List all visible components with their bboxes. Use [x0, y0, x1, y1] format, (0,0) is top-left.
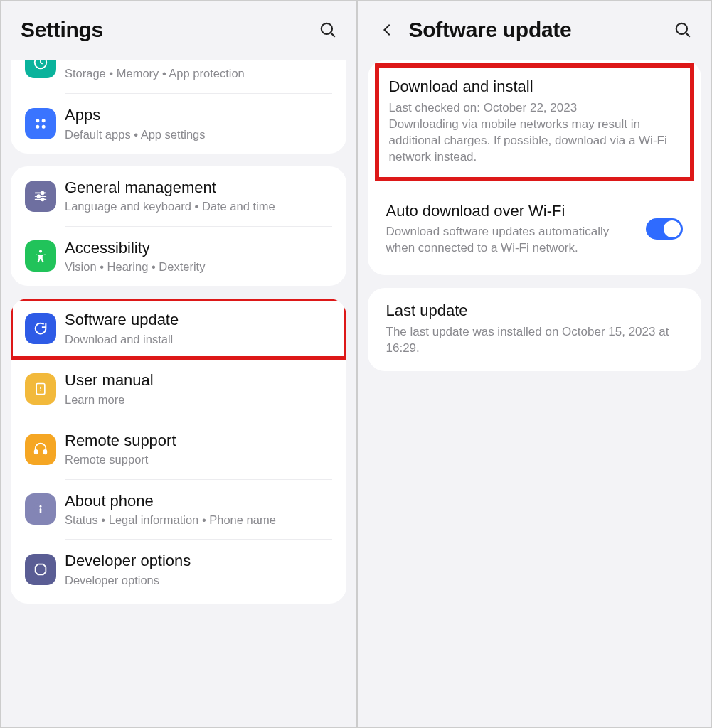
- svg-point-4: [42, 119, 46, 122]
- settings-item-label: Remote support: [65, 431, 332, 451]
- update-group: Download and install Last checked on: Oc…: [368, 60, 702, 275]
- settings-item-label: Device care: [65, 60, 332, 64]
- manual-icon: [25, 373, 56, 405]
- svg-point-11: [37, 195, 40, 198]
- settings-item-label: User manual: [65, 370, 332, 390]
- settings-item-sub: Remote support: [65, 451, 332, 467]
- settings-group: Device care Storage • Memory • App prote…: [11, 60, 346, 154]
- settings-item-developer-options[interactable]: Developer options Developer options: [11, 540, 346, 599]
- settings-item-sub: Language and keyboard • Date and time: [65, 198, 332, 214]
- download-desc: Last checked on: October 22, 2023 Downlo…: [389, 100, 681, 166]
- settings-item-sub: Download and install: [65, 331, 332, 347]
- settings-item-label: Accessibility: [65, 238, 332, 258]
- settings-item-sub: Developer options: [65, 572, 332, 588]
- update-header: Software update: [358, 1, 712, 60]
- settings-item-label: General management: [65, 178, 332, 198]
- settings-group: Software update Download and install Use…: [11, 299, 346, 604]
- svg-rect-16: [44, 450, 47, 454]
- last-update[interactable]: Last update The last update was installe…: [368, 288, 702, 370]
- svg-point-3: [36, 119, 39, 122]
- download-and-install[interactable]: Download and install Last checked on: Oc…: [375, 63, 695, 181]
- svg-line-1: [331, 33, 335, 37]
- search-icon[interactable]: [318, 20, 338, 40]
- svg-line-22: [686, 33, 690, 37]
- svg-rect-15: [35, 450, 38, 454]
- device-care-icon: [25, 60, 56, 78]
- svg-rect-20: [40, 509, 42, 513]
- svg-point-13: [39, 250, 42, 253]
- settings-item-sub: Default apps • App settings: [65, 127, 332, 142]
- auto-download-desc: Download software updates automatically …: [386, 224, 637, 257]
- general-icon: [25, 181, 56, 212]
- settings-item-accessibility[interactable]: Accessibility Vision • Hearing • Dexteri…: [11, 227, 346, 287]
- auto-download-toggle[interactable]: [646, 218, 683, 240]
- settings-item-sub: Storage • Memory • App protection: [65, 65, 332, 81]
- about-icon: [25, 493, 56, 525]
- search-icon[interactable]: [673, 20, 693, 40]
- settings-item-about-phone[interactable]: About phone Status • Legal information •…: [11, 480, 346, 540]
- settings-item-label: Apps: [65, 105, 332, 125]
- settings-item-sub: Status • Legal information • Phone name: [65, 512, 332, 528]
- settings-item-user-manual[interactable]: User manual Learn more: [11, 359, 346, 419]
- settings-item-device-care[interactable]: Device care Storage • Memory • App prote…: [11, 60, 346, 93]
- svg-point-10: [41, 191, 44, 194]
- update-icon: [25, 313, 56, 344]
- last-update-desc: The last update was installed on October…: [386, 324, 684, 357]
- settings-item-general-management[interactable]: General management Language and keyboard…: [11, 166, 346, 226]
- settings-pane: Settings Device care Storage • Memory • …: [1, 1, 356, 727]
- software-update-pane: Software update Download and install Las…: [356, 1, 712, 727]
- settings-item-sub: Vision • Hearing • Dexterity: [65, 259, 332, 274]
- settings-item-software-update[interactable]: Software update Download and install: [11, 299, 346, 358]
- svg-point-21: [676, 23, 687, 34]
- settings-item-label: Software update: [65, 310, 332, 330]
- support-icon: [25, 434, 56, 465]
- settings-item-label: About phone: [65, 491, 332, 511]
- auto-download-wifi[interactable]: Auto download over Wi-Fi Download softwa…: [368, 188, 702, 271]
- settings-group: General management Language and keyboard…: [11, 166, 346, 287]
- back-icon[interactable]: [378, 20, 398, 40]
- apps-icon: [25, 108, 56, 139]
- page-title: Settings: [21, 18, 307, 42]
- download-title: Download and install: [389, 77, 681, 96]
- svg-point-5: [36, 125, 39, 129]
- settings-item-sub: Learn more: [65, 392, 332, 407]
- last-update-title: Last update: [386, 301, 684, 321]
- auto-download-title: Auto download over Wi-Fi: [386, 201, 637, 222]
- settings-header: Settings: [1, 1, 356, 60]
- accessibility-icon: [25, 240, 56, 272]
- settings-item-remote-support[interactable]: Remote support Remote support: [11, 419, 346, 479]
- last-update-group: Last update The last update was installe…: [368, 288, 702, 370]
- svg-point-19: [40, 505, 42, 508]
- dev-icon: [25, 554, 56, 585]
- svg-point-0: [321, 23, 331, 34]
- svg-point-12: [41, 198, 44, 200]
- settings-item-apps[interactable]: Apps Default apps • App settings: [11, 94, 346, 154]
- settings-item-label: Developer options: [65, 551, 332, 571]
- page-title: Software update: [409, 18, 662, 42]
- svg-point-6: [42, 125, 46, 129]
